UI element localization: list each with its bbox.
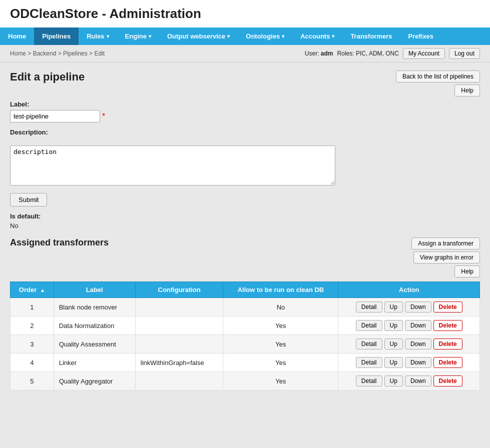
cell-allow-clean-db: Yes xyxy=(223,335,338,354)
cell-action: DetailUpDownDelete xyxy=(338,354,480,372)
down-button[interactable]: Down xyxy=(405,338,431,350)
cell-order: 2 xyxy=(11,316,54,335)
user-label: User: adm xyxy=(305,50,333,57)
cell-label: Blank node remover xyxy=(54,298,135,316)
cell-configuration xyxy=(135,316,223,335)
dropdown-arrow-ontologies: ▾ xyxy=(282,34,284,39)
detail-button[interactable]: Detail xyxy=(356,338,382,350)
back-to-pipelines-button[interactable]: Back to the list of pipelines xyxy=(396,70,480,82)
user-info: User: adm Roles: PIC, ADM, ONC My Accoun… xyxy=(305,48,480,59)
cell-configuration: linkWithinGraph=false xyxy=(135,354,223,372)
help-button[interactable]: Help xyxy=(454,84,480,96)
delete-button[interactable]: Delete xyxy=(433,357,462,368)
nav-item-transformers[interactable]: Transformers xyxy=(342,28,400,45)
cell-label: Quality Assessment xyxy=(54,335,135,354)
delete-button[interactable]: Delete xyxy=(433,320,462,331)
submit-button[interactable]: Submit xyxy=(10,193,47,206)
nav-item-engine[interactable]: Engine▾ xyxy=(117,28,159,45)
is-default-row: Is default: xyxy=(10,212,480,220)
nav-item-home[interactable]: Home xyxy=(0,28,34,45)
label-group: Label: * xyxy=(10,100,480,122)
down-button[interactable]: Down xyxy=(405,357,431,368)
down-button[interactable]: Down xyxy=(405,320,431,331)
detail-button[interactable]: Detail xyxy=(356,376,382,386)
col-label: Label xyxy=(54,282,135,298)
cell-order: 5 xyxy=(11,372,54,390)
col-action: Action xyxy=(338,282,480,298)
app-title: ODCleanStore - Administration xyxy=(10,6,201,21)
nav-item-pipelines[interactable]: Pipelines xyxy=(34,28,79,45)
col-configuration: Configuration xyxy=(135,282,223,298)
detail-button[interactable]: Detail xyxy=(356,302,382,312)
cell-action: DetailUpDownDelete xyxy=(338,298,480,316)
username: adm xyxy=(321,50,333,57)
transformers-help-button[interactable]: Help xyxy=(454,266,480,278)
cell-order: 4 xyxy=(11,354,54,372)
detail-button[interactable]: Detail xyxy=(356,320,382,331)
cell-allow-clean-db: No xyxy=(223,298,338,316)
up-button[interactable]: Up xyxy=(384,376,403,386)
delete-button[interactable]: Delete xyxy=(433,376,462,386)
transformers-table: Order ▲ Label Configuration Allow to be … xyxy=(10,282,480,390)
logout-button[interactable]: Log out xyxy=(449,48,480,59)
description-group: Description: description xyxy=(10,128,480,187)
transformer-buttons: Assign a transformer View graphs in erro… xyxy=(411,238,480,278)
nav-item-ontologies[interactable]: Ontologies▾ xyxy=(238,28,292,45)
description-textarea[interactable]: description xyxy=(10,146,335,186)
my-account-button[interactable]: My Account xyxy=(403,48,445,59)
app-header: ODCleanStore - Administration xyxy=(0,0,490,28)
table-row: 1Blank node removerNoDetailUpDownDelete xyxy=(11,298,480,316)
cell-action: DetailUpDownDelete xyxy=(338,335,480,354)
nav-item-output-webservice[interactable]: Output webservice▾ xyxy=(159,28,238,45)
label-field-label: Label: xyxy=(10,100,480,108)
delete-button[interactable]: Delete xyxy=(433,338,462,350)
dropdown-arrow-output-webservice: ▾ xyxy=(227,34,230,39)
cell-label: Quality Aggregator xyxy=(54,372,135,390)
cell-order: 3 xyxy=(11,335,54,354)
nav-item-accounts[interactable]: Accounts▾ xyxy=(292,28,342,45)
cell-configuration xyxy=(135,372,223,390)
dropdown-arrow-engine: ▾ xyxy=(149,34,151,39)
table-row: 3Quality AssessmentYesDetailUpDownDelete xyxy=(11,335,480,354)
action-buttons: Back to the list of pipelines Help xyxy=(396,70,480,96)
description-field-label: Description: xyxy=(10,128,480,136)
dropdown-arrow-accounts: ▾ xyxy=(332,34,334,39)
sort-arrow: ▲ xyxy=(40,288,45,293)
nav-item-rules[interactable]: Rules▾ xyxy=(79,28,117,45)
dropdown-arrow-rules: ▾ xyxy=(107,34,109,39)
cell-label: Linker xyxy=(54,354,135,372)
page-title: Edit a pipeline xyxy=(10,70,85,84)
nav-item-prefixes[interactable]: Prefixes xyxy=(400,28,441,45)
cell-configuration xyxy=(135,298,223,316)
main-nav: HomePipelinesRules▾Engine▾Output webserv… xyxy=(0,28,490,45)
main-content: Edit a pipeline Back to the list of pipe… xyxy=(0,62,490,448)
cell-action: DetailUpDownDelete xyxy=(338,372,480,390)
required-star: * xyxy=(102,112,105,121)
cell-order: 1 xyxy=(11,298,54,316)
view-graphs-button[interactable]: View graphs in error xyxy=(413,252,480,264)
breadcrumb: Home > Backend > Pipelines > Edit xyxy=(10,50,105,57)
is-default-label: Is default: xyxy=(10,212,41,220)
assign-transformer-button[interactable]: Assign a transformer xyxy=(411,238,480,250)
down-button[interactable]: Down xyxy=(405,302,431,312)
col-order: Order ▲ xyxy=(11,282,54,298)
up-button[interactable]: Up xyxy=(384,357,403,368)
up-button[interactable]: Up xyxy=(384,302,403,312)
down-button[interactable]: Down xyxy=(405,376,431,386)
table-row: 2Data NormalizationYesDetailUpDownDelete xyxy=(11,316,480,335)
cell-configuration xyxy=(135,335,223,354)
is-default-value: No xyxy=(10,222,480,230)
up-button[interactable]: Up xyxy=(384,320,403,331)
table-row: 5Quality AggregatorYesDetailUpDownDelete xyxy=(11,372,480,390)
delete-button[interactable]: Delete xyxy=(433,302,462,312)
label-input[interactable] xyxy=(10,110,100,122)
col-allow-clean-db: Allow to be run on clean DB xyxy=(223,282,338,298)
cell-label: Data Normalization xyxy=(54,316,135,335)
assigned-section: Assigned transformers Assign a transform… xyxy=(10,238,480,390)
table-row: 4LinkerlinkWithinGraph=falseYesDetailUpD… xyxy=(11,354,480,372)
detail-button[interactable]: Detail xyxy=(356,357,382,368)
up-button[interactable]: Up xyxy=(384,338,403,350)
assigned-title: Assigned transformers xyxy=(10,238,109,248)
roles-value: PIC, ADM, ONC xyxy=(356,50,399,57)
cell-allow-clean-db: Yes xyxy=(223,316,338,335)
